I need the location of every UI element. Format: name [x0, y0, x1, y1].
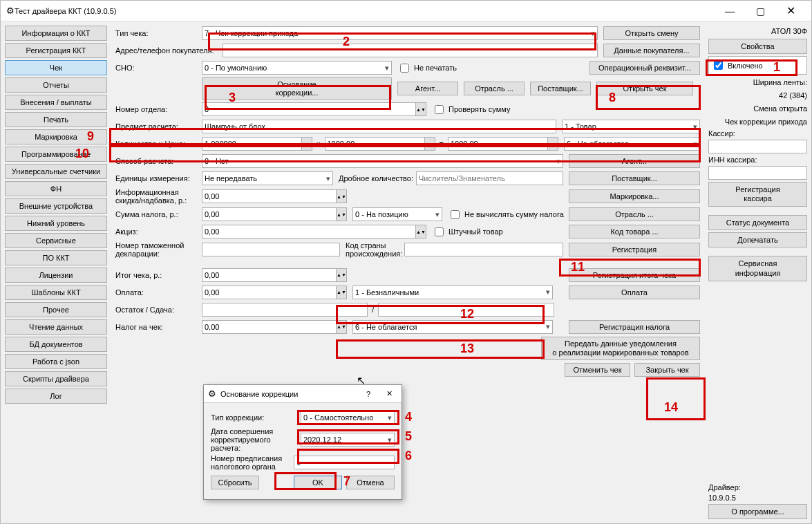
- nav-skripty[interactable]: Скрипты драйвера: [5, 371, 107, 386]
- tamo-label: Номер таможенной декларации:: [115, 241, 202, 258]
- minimize-button[interactable]: —: [715, 1, 745, 21]
- nalog-chek-input[interactable]: ▲▼: [202, 320, 347, 334]
- peredat-button[interactable]: Передать данные уведомления о реализации…: [541, 337, 700, 360]
- status-doc-button[interactable]: Статус документа: [708, 215, 807, 230]
- nav-info-kkt[interactable]: Информация о ККТ: [5, 26, 107, 41]
- dlg-nomer-input[interactable]: [294, 456, 395, 469]
- nav-licenzii[interactable]: Лицензии: [5, 268, 107, 283]
- dlg-sbrosit-button[interactable]: Сбросить: [211, 476, 259, 489]
- nav-prochee[interactable]: Прочее: [5, 302, 107, 317]
- servis-info-button[interactable]: Сервисная информация: [708, 256, 807, 281]
- cursor-icon: ↖: [357, 374, 366, 387]
- markirovka-button[interactable]: Маркировка...: [569, 189, 700, 203]
- nav-bd-dokumentov[interactable]: БД документов: [5, 337, 107, 352]
- oplata-type-select[interactable]: 1 - Безналичными: [352, 286, 553, 299]
- postavshik2-button[interactable]: Поставщик...: [569, 171, 700, 185]
- qty-label: Количество × Цена:: [115, 140, 202, 148]
- ne-vychisl-checkbox[interactable]: Не вычислять сумму налога: [448, 208, 564, 221]
- nav-po-kkt[interactable]: ПО ККТ: [5, 250, 107, 265]
- kassir-input[interactable]: [708, 140, 807, 153]
- nalog-chek-type-select[interactable]: 6 - Не облагается: [352, 320, 553, 334]
- maximize-button[interactable]: ▢: [745, 1, 775, 21]
- check-sum-checkbox[interactable]: Проверять сумму: [432, 103, 510, 116]
- nav-nizhniy[interactable]: Нижний уровень: [5, 216, 107, 231]
- kod-tovara-button[interactable]: Код товара ...: [569, 225, 700, 238]
- oplata-button[interactable]: Оплата: [569, 286, 700, 299]
- shtuchnyy-checkbox[interactable]: Штучный товар: [432, 225, 503, 238]
- svoystva-button[interactable]: Свойства: [708, 39, 807, 54]
- nav-otchety[interactable]: Отчеты: [5, 77, 107, 93]
- oplata-input[interactable]: ▲▼: [202, 286, 347, 299]
- otrasl-button[interactable]: Отрасль ...: [464, 82, 525, 95]
- otrasl2-button[interactable]: Отрасль ...: [569, 207, 700, 221]
- nav-registraciya-kkt[interactable]: Регистрация ККТ: [5, 43, 107, 58]
- tamo-input[interactable]: [202, 243, 340, 256]
- price-input[interactable]: ▲▼: [325, 137, 435, 151]
- qty-input[interactable]: ▲▼: [202, 137, 312, 151]
- nav-chek[interactable]: Чек: [5, 60, 107, 75]
- nav-log[interactable]: Лог: [5, 389, 107, 404]
- itog-input[interactable]: ▲▼: [202, 268, 347, 282]
- nav-json[interactable]: Работа с json: [5, 354, 107, 369]
- zakryt-chek-button[interactable]: Закрыть чек: [634, 363, 700, 377]
- sno-label: СНО:: [115, 64, 202, 72]
- registraciya-button[interactable]: Регистрация: [569, 243, 700, 256]
- akciz-input[interactable]: ▲▼: [202, 225, 426, 238]
- nds-select[interactable]: 6 - Не облагается: [564, 137, 700, 151]
- buyer-data-button[interactable]: Данные покупателя...: [603, 44, 700, 57]
- nav-fn[interactable]: ФН: [5, 181, 107, 196]
- nalog-pos-select[interactable]: 0 - На позицию: [352, 207, 442, 221]
- drob-input[interactable]: [416, 171, 563, 185]
- drob-label: Дробное количество:: [339, 174, 413, 183]
- annotation-num-7: 7: [343, 474, 350, 489]
- addr-label: Адрес/телефон покупателя:: [115, 46, 223, 55]
- ne-pechatat-checkbox[interactable]: Не печатать: [397, 62, 457, 75]
- nalog-chek-label: Налог на чек:: [115, 323, 202, 331]
- nalog-input[interactable]: ▲▼: [202, 207, 347, 221]
- reg-itoga-button[interactable]: Регистрация итога чека: [569, 268, 700, 282]
- nav-pechat[interactable]: Печать: [5, 112, 107, 127]
- annotation-num-11: 11: [571, 260, 585, 274]
- dlg-tip-select[interactable]: 0 - Самостоятельно: [301, 411, 395, 424]
- reg-kassira-button[interactable]: Регистрация кассира: [708, 182, 807, 207]
- open-shift-button[interactable]: Открыть смену: [603, 26, 700, 40]
- ostatok-input[interactable]: [202, 303, 368, 317]
- dialog-close-button[interactable]: ✕: [381, 389, 397, 398]
- oper-rekvizit-button[interactable]: Операционный реквизит...: [589, 61, 700, 75]
- dlg-otmena-button[interactable]: Отмена: [346, 476, 395, 489]
- nav-chtenie[interactable]: Чтение данных: [5, 319, 107, 335]
- nav-vneseniya[interactable]: Внесения / выплаты: [5, 95, 107, 110]
- sposob-select[interactable]: 0 - Нет: [202, 154, 563, 168]
- sno-select[interactable]: 0 - По умолчанию: [202, 61, 392, 75]
- predmet-input[interactable]: [202, 120, 556, 133]
- close-button[interactable]: ✕: [775, 1, 806, 21]
- kod-strany-input[interactable]: [404, 243, 563, 256]
- postavshik-button[interactable]: Поставщик...: [530, 82, 591, 95]
- nav-shablony[interactable]: Шаблоны ККТ: [5, 285, 107, 300]
- kassir-label: Кассир:: [708, 129, 807, 138]
- reg-naloga-button[interactable]: Регистрация налога: [569, 320, 700, 334]
- nalog-label: Сумма налога, р.:: [115, 210, 202, 218]
- otmenit-chek-button[interactable]: Отменить чек: [565, 363, 630, 377]
- nav-servisnye[interactable]: Сервисные: [5, 233, 107, 248]
- tip-cheka-select[interactable]: 7 - Чек коррекции прихода: [202, 26, 598, 40]
- vklyucheno-checkbox[interactable]: Включено: [708, 56, 807, 75]
- help-button[interactable]: ?: [360, 390, 377, 398]
- dlg-date-select[interactable]: 2020.12.12: [301, 433, 395, 447]
- nav-vneshnie[interactable]: Внешние устройства: [5, 198, 107, 214]
- addr-input[interactable]: [223, 44, 598, 57]
- predmet-type-select[interactable]: 1 - Товар: [562, 120, 700, 133]
- dlg-ok-button[interactable]: OK: [294, 476, 342, 489]
- agent-button[interactable]: Агент...: [397, 82, 458, 95]
- nav-schetchiki[interactable]: Универсальные счетчики: [5, 164, 107, 179]
- dopechatat-button[interactable]: Допечатать: [708, 232, 807, 247]
- agent2-button[interactable]: Агент...: [569, 154, 700, 168]
- annotation-num-3: 3: [229, 91, 236, 105]
- sum-input[interactable]: ▲▼: [448, 137, 558, 151]
- nav-programmirovanie[interactable]: Программирование: [5, 147, 107, 162]
- units-select[interactable]: Не передавать: [202, 171, 333, 185]
- shirina-label: Ширина ленты:: [708, 77, 807, 88]
- skidka-input[interactable]: ▲▼: [202, 189, 347, 203]
- inn-input[interactable]: [708, 166, 807, 180]
- o-programme-button[interactable]: О программе...: [708, 504, 807, 519]
